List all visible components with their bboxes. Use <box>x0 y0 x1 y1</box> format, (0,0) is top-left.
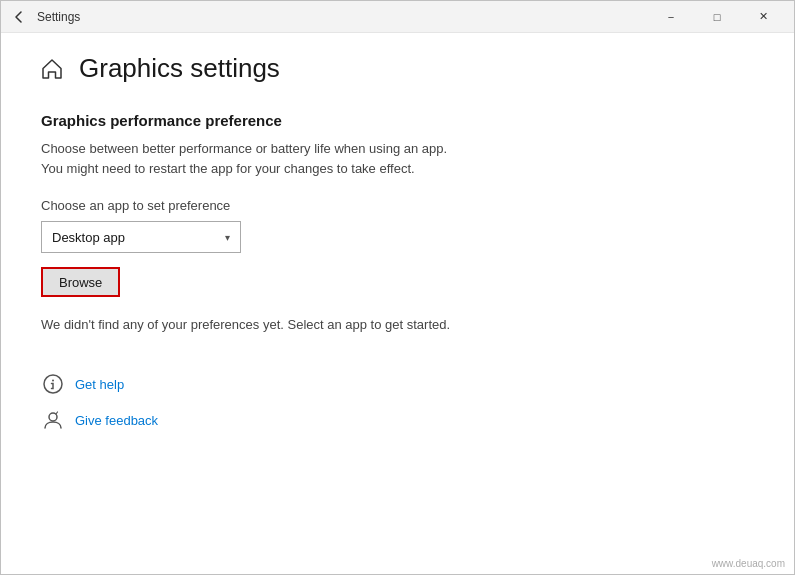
dropdown-label: Choose an app to set preference <box>41 198 754 213</box>
window-title: Settings <box>37 10 80 24</box>
content-area: Graphics settings Graphics performance p… <box>1 33 794 574</box>
description-line1: Choose between better performance or bat… <box>41 141 447 156</box>
close-button[interactable]: ✕ <box>740 1 786 33</box>
give-feedback-link[interactable]: Give feedback <box>41 408 754 432</box>
title-bar-left: Settings <box>9 7 648 27</box>
give-feedback-text: Give feedback <box>75 413 158 428</box>
title-bar: Settings − □ ✕ <box>1 1 794 33</box>
back-button[interactable] <box>9 7 29 27</box>
browse-button[interactable]: Browse <box>41 267 120 297</box>
watermark: www.deuaq.com <box>712 558 785 569</box>
dropdown-wrapper: Desktop app ▾ <box>41 221 754 253</box>
get-help-text: Get help <box>75 377 124 392</box>
get-help-icon <box>41 372 65 396</box>
home-icon[interactable] <box>41 58 63 80</box>
help-section: Get help Give feedback <box>41 372 754 432</box>
no-preferences-text: We didn't find any of your preferences y… <box>41 317 754 332</box>
app-type-dropdown[interactable]: Desktop app ▾ <box>41 221 241 253</box>
get-help-link[interactable]: Get help <box>41 372 754 396</box>
chevron-down-icon: ▾ <box>225 232 230 243</box>
main-content: Graphics settings Graphics performance p… <box>1 33 794 574</box>
description-line2: You might need to restart the app for yo… <box>41 161 415 176</box>
window-controls: − □ ✕ <box>648 1 786 33</box>
section-description: Choose between better performance or bat… <box>41 139 754 178</box>
section-title: Graphics performance preference <box>41 112 754 129</box>
give-feedback-icon <box>41 408 65 432</box>
page-header: Graphics settings <box>41 53 754 84</box>
maximize-button[interactable]: □ <box>694 1 740 33</box>
minimize-button[interactable]: − <box>648 1 694 33</box>
svg-point-1 <box>52 380 54 382</box>
page-title: Graphics settings <box>79 53 280 84</box>
dropdown-value: Desktop app <box>52 230 125 245</box>
settings-window: Settings − □ ✕ Graphics settings Graphic… <box>0 0 795 575</box>
